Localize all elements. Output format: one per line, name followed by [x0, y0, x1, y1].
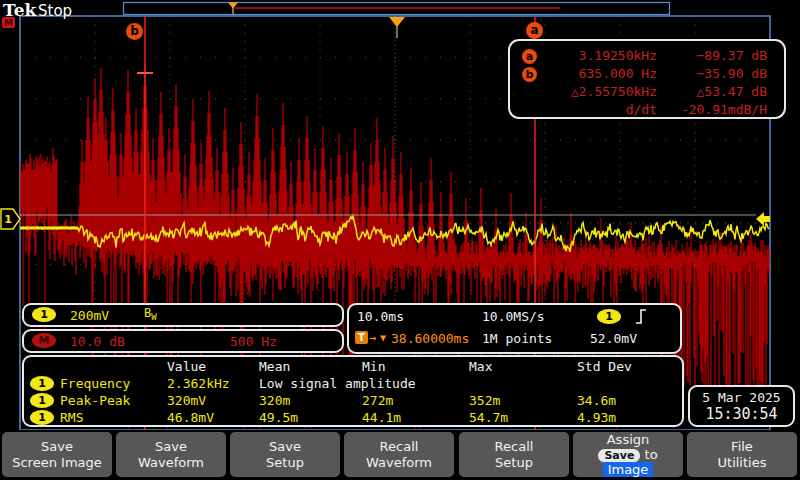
meas-row3-min: 44.1m [362, 410, 401, 425]
trigger-level-readout: 52.0mV [590, 331, 637, 346]
save-waveform-button[interactable]: SaveWaveform [116, 432, 226, 477]
channel1-ground-marker-label: 1 [4, 213, 12, 226]
trigger-position-icon[interactable] [389, 17, 405, 27]
record-length: 1M points [482, 331, 552, 346]
cursor-b-amplitude: −35.90 dB [657, 66, 767, 81]
softkey-menu-bar: SaveScreen Image SaveWaveform SaveSetup … [0, 430, 800, 480]
trigger-position-readout: 38.60000ms [391, 331, 469, 346]
meas-row3-badge: 1 [30, 410, 54, 425]
channel1-badge: 1 [32, 307, 56, 322]
cursor-delta-amplitude: △53.47 dB [657, 84, 767, 99]
math-scale: 10.0 dB [70, 334, 125, 349]
horizontal-trigger-box: 10.0ms 10.0MS/s 1 T → ▼ 38.60000ms 1M po… [347, 303, 682, 354]
trigger-t-icon: T [355, 331, 368, 344]
cursor-a-row: a 3.19250kHz −89.37 dB [510, 47, 784, 64]
channel1-readout-box: 1 200mV BW [22, 303, 344, 327]
cursor-ddt-value: -20.91mdB/H [657, 102, 767, 117]
cursor-a-amplitude: −89.37 dB [657, 48, 767, 63]
oscilloscope-screen: M1 Tek Stop b a a 3.19250kHz −89.37 dB b… [0, 0, 800, 480]
cursor-a-icon: a [522, 49, 537, 64]
math-readout-box: M 10.0 dB 500 Hz [22, 329, 344, 353]
cursor-b-frequency: 635.000 Hz [540, 66, 657, 81]
acquisition-status: Stop [38, 2, 72, 20]
meas-row2-std: 34.6m [577, 393, 616, 408]
meas-row2-mean: 320m [259, 393, 290, 408]
assign-save-button[interactable]: Assign Save to Image [573, 432, 683, 477]
meas-row3-max: 54.7m [469, 410, 508, 425]
arrow-right-icon: → [369, 331, 376, 345]
meas-row3-value: 46.8mV [167, 410, 214, 425]
timebase-scale: 10.0ms [357, 309, 404, 324]
cursor-a-frequency: 3.19250kHz [540, 48, 657, 63]
save-screen-image-button[interactable]: SaveScreen Image [2, 432, 112, 477]
rising-edge-icon [634, 308, 648, 325]
assign-label: Assign [573, 432, 683, 447]
meas-row1-name: Frequency [60, 376, 130, 391]
cursor-a-badge[interactable]: a [526, 22, 543, 39]
meas-row3-name: RMS [60, 410, 83, 425]
meas-row2-name: Peak-Peak [60, 393, 130, 408]
datetime-box: 5 Mar 2025 15:30:54 [688, 385, 795, 427]
cursor-slope-row: d/dt -20.91mdB/H [510, 101, 784, 118]
cursor-readout-box: a 3.19250kHz −89.37 dB b 635.000 Hz −35.… [508, 39, 786, 119]
col-header-value: Value [167, 359, 206, 374]
channel1-scale: 200mV [70, 308, 109, 323]
col-header-stddev: Std Dev [577, 359, 632, 374]
cursor-delta-frequency: △2.55750kHz [540, 84, 657, 99]
meas-row1-value: 2.362kHz [167, 376, 230, 391]
assign-target: Image [603, 462, 654, 477]
file-utilities-button[interactable]: FileUtilities [687, 432, 797, 477]
cursor-b-badge[interactable]: b [126, 23, 143, 40]
meas-row1-note: Low signal amplitude [259, 376, 416, 391]
save-setup-button[interactable]: SaveSetup [230, 432, 340, 477]
math-span: 500 Hz [230, 334, 277, 349]
recall-setup-button[interactable]: RecallSetup [459, 432, 569, 477]
meas-row2-max: 352m [469, 393, 500, 408]
meas-row3-std: 4.93m [577, 410, 616, 425]
tek-logo: Tek [3, 0, 36, 20]
time-readout: 15:30:54 [690, 405, 793, 423]
col-header-mean: Mean [259, 359, 290, 374]
measurements-box: Value Mean Min Max Std Dev 1 Frequency 2… [22, 355, 684, 427]
trigger-level-arrow-icon[interactable] [756, 212, 770, 226]
cursor-b-row: b 635.000 Hz −35.90 dB [510, 65, 784, 82]
bw-limit-icon: BW [144, 306, 157, 322]
cursor-delta-row: △2.55750kHz △53.47 dB [510, 83, 784, 100]
col-header-max: Max [469, 359, 492, 374]
sample-rate: 10.0MS/s [482, 309, 545, 324]
cursor-ddt-label: d/dt [540, 102, 657, 117]
triangle-down-icon: ▼ [380, 332, 386, 343]
date-readout: 5 Mar 2025 [690, 390, 793, 405]
meas-row2-min: 272m [362, 393, 393, 408]
save-key-icon: Save [598, 449, 640, 462]
meas-row3-mean: 49.5m [259, 410, 298, 425]
meas-row2-badge: 1 [30, 393, 54, 408]
trigger-source-badge: 1 [597, 309, 621, 324]
meas-row1-badge: 1 [30, 376, 54, 391]
cursor-b-icon: b [522, 67, 537, 82]
math-badge: M [32, 333, 56, 348]
recall-waveform-button[interactable]: RecallWaveform [344, 432, 454, 477]
col-header-min: Min [362, 359, 385, 374]
meas-row2-value: 320mV [167, 393, 206, 408]
